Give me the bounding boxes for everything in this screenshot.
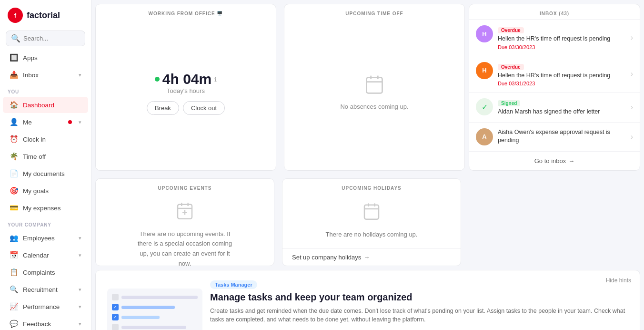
sidebar-item-my-goals[interactable]: 🎯 My goals (3, 183, 88, 199)
arrow-right-icon: › (631, 133, 633, 141)
inbox-item-text: Aisha Owen's expense approval request is… (498, 128, 626, 145)
goals-icon: 🎯 (10, 186, 18, 195)
break-button[interactable]: Break (147, 101, 179, 115)
sidebar-item-label: Clock in (23, 136, 81, 143)
timer-value: 4h 04m (162, 71, 211, 87)
sidebar-item-clock-in[interactable]: ⏰ Clock in (3, 131, 88, 147)
search-input[interactable] (23, 35, 91, 42)
sidebar-item-inbox[interactable]: 📥 Inbox ▾ (3, 67, 88, 83)
inbox-item[interactable]: H Overdue Hellen the HR's time off reque… (469, 56, 640, 93)
chevron-down-icon: ▾ (79, 119, 81, 125)
me-icon: 👤 (10, 118, 18, 126)
main-content: WORKING FROM OFFICE 🖥️ 4h 04m ℹ Today's … (91, 0, 644, 330)
sidebar-item-label: My documents (23, 170, 81, 177)
dashboard-icon: 🏠 (10, 101, 18, 109)
chevron-down-icon: ▾ (79, 304, 81, 310)
inbox-spacer (465, 175, 644, 270)
sidebar-item-label: Time off (23, 153, 81, 160)
performance-icon: 📈 (10, 302, 18, 311)
sidebar-item-performance[interactable]: 📈 Performance ▾ (3, 299, 88, 315)
sidebar-item-employees[interactable]: 👥 Employees ▾ (3, 230, 88, 246)
sidebar-item-label: Dashboard (23, 102, 81, 109)
avatar: H (476, 25, 493, 42)
sidebar-item-complaints[interactable]: 📋 Complaints (3, 264, 88, 280)
timeoff-card: UPCOMING TIME OFF No absences coming up. (284, 4, 465, 171)
tasks-promo: Hide hints ✓ ✓ (95, 270, 640, 330)
office-card-header: WORKING FROM OFFICE 🖥️ (96, 4, 276, 19)
sidebar-item-label: My expenses (23, 205, 81, 212)
sidebar-item-label: Complaints (23, 269, 81, 276)
inbox-icon: 📥 (10, 71, 18, 79)
inbox-item-content: Overdue Hellen the HR's time off request… (498, 62, 626, 87)
tasks-content: Tasks Manager Manage tasks and keep your… (210, 280, 628, 330)
today-label: Today's hours (167, 87, 205, 94)
timer-active-dot (155, 77, 160, 82)
task-bar (121, 326, 186, 329)
no-events-text: There are no upcoming events. If there i… (137, 229, 232, 269)
holidays-card-header: UPCOMING HOLIDAYS (282, 179, 461, 194)
chevron-down-icon: ▾ (79, 321, 81, 327)
sidebar-item-label: Performance (23, 303, 74, 310)
inbox-item[interactable]: H Overdue Hellen the HR's time off reque… (469, 20, 640, 56)
hide-hints-link[interactable]: Hide hints (606, 277, 631, 284)
chevron-down-icon: ▾ (79, 287, 81, 293)
logo[interactable]: f factorial (0, 0, 91, 28)
go-to-inbox-link[interactable]: Go to inbox → (534, 157, 575, 165)
inbox-item-due: Due 03/30/2023 (498, 44, 626, 50)
sidebar: f factorial 🔍 ⌘K 🔲 Apps 📥 Inbox ▾ YOU 🏠 … (0, 0, 91, 330)
employees-icon: 👥 (10, 234, 18, 242)
task-checkbox: ✓ (112, 304, 119, 310)
task-checkbox: ✓ (112, 314, 119, 320)
search-bar[interactable]: 🔍 ⌘K (6, 31, 85, 46)
no-events-icon (175, 201, 194, 225)
tasks-badge: Tasks Manager (210, 280, 257, 289)
inbox-item-text: Aidan Marsh has signed the offer letter (498, 108, 626, 116)
logo-icon: f (8, 8, 23, 23)
inbox-item[interactable]: A Aisha Owen's expense approval request … (469, 123, 640, 152)
task-bar (121, 296, 198, 299)
sidebar-item-recruitment[interactable]: 🔍 Recruitment ▾ (3, 281, 88, 298)
sidebar-item-my-expenses[interactable]: 💳 My expenses (3, 200, 88, 216)
sidebar-item-label: Apps (23, 54, 81, 62)
overdue-badge: Overdue (498, 64, 524, 70)
inbox-panel: INBOX (43) H Overdue Hellen the HR's tim… (469, 4, 640, 171)
sidebar-item-feedback[interactable]: 💬 Feedback ▾ (3, 316, 88, 330)
inbox-header: INBOX (43) (469, 4, 640, 20)
task-bar (121, 306, 175, 309)
sidebar-item-my-documents[interactable]: 📄 My documents (3, 165, 88, 182)
inbox-item-text: Hellen the HR's time off request is pend… (498, 35, 626, 43)
sidebar-item-apps[interactable]: 🔲 Apps (3, 50, 88, 66)
svg-rect-0 (367, 78, 382, 93)
sidebar-item-time-off[interactable]: 🌴 Time off (3, 148, 88, 165)
arrow-right-icon: › (631, 103, 633, 112)
logo-text: factorial (27, 10, 60, 21)
inbox-item-due: Due 03/31/2023 (498, 81, 626, 86)
apps-icon: 🔲 (10, 53, 18, 62)
task-checkbox (112, 294, 119, 300)
inbox-item[interactable]: ✓ Signed Aidan Marsh has signed the offe… (469, 93, 640, 123)
avatar: A (476, 128, 493, 145)
no-absences-icon (364, 74, 385, 99)
clock-out-button[interactable]: Clock out (183, 101, 225, 115)
feedback-icon: 💬 (10, 320, 18, 328)
task-checkbox (112, 324, 119, 330)
inbox-item-content: Overdue Hellen the HR's time off request… (498, 25, 626, 50)
events-card-header: UPCOMING EVENTS (96, 179, 274, 194)
arrow-right-icon: → (568, 157, 574, 165)
chevron-down-icon: ▾ (79, 72, 81, 78)
setup-holidays-link[interactable]: Set up company holidays → (282, 248, 461, 266)
section-label-company: YOUR COMPANY (0, 217, 91, 229)
calendar-icon: 📅 (10, 251, 18, 259)
inbox-item-content: Aisha Owen's expense approval request is… (498, 128, 626, 145)
sidebar-item-calendar[interactable]: 📅 Calendar ▾ (3, 247, 88, 263)
arrow-right-icon: › (631, 70, 633, 78)
expenses-icon: 💳 (10, 204, 18, 212)
sidebar-item-me[interactable]: 👤 Me ▾ (3, 114, 88, 130)
tasks-description: Create tasks and get reminded when the d… (210, 307, 628, 325)
avatar: H (476, 62, 493, 79)
inbox-item-content: Signed Aidan Marsh has signed the offer … (498, 98, 626, 116)
sidebar-item-dashboard[interactable]: 🏠 Dashboard (3, 97, 88, 113)
chevron-down-icon: ▾ (79, 252, 81, 258)
arrow-right-icon: → (363, 254, 370, 261)
signed-badge: Signed (498, 100, 520, 106)
